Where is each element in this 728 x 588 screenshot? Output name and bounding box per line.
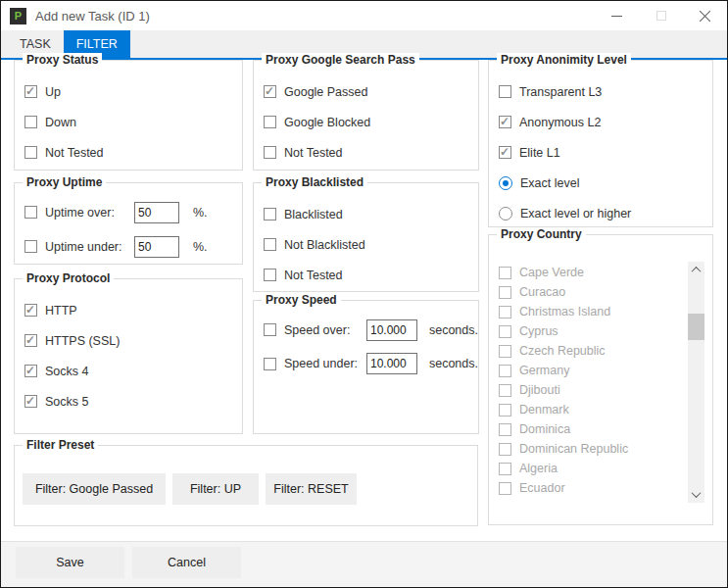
checkbox-icon — [264, 269, 276, 281]
checkbox-label: Elite L1 — [519, 146, 560, 160]
filter-up-button[interactable]: Filter: UP — [172, 473, 259, 505]
country-item-cyprus[interactable]: Cyprus — [499, 321, 681, 341]
uptime-under-input[interactable] — [134, 236, 179, 258]
group-title: Proxy Google Search Pass — [262, 53, 419, 67]
checkbox-google-passed[interactable]: Google Passed — [264, 76, 478, 107]
checkbox-icon — [264, 116, 276, 128]
close-icon — [700, 10, 711, 22]
group-google-search-pass: Proxy Google Search Pass Google Passed G… — [253, 60, 479, 171]
speed-over-input[interactable] — [366, 319, 417, 341]
checkbox-icon — [499, 404, 511, 416]
maximize-icon — [656, 11, 666, 21]
checkbox-not-blacklisted[interactable]: Not Blacklisted — [264, 229, 478, 260]
country-item-denmark[interactable]: Denmark — [499, 400, 681, 419]
group-proxy-status: Proxy Status Up Down Not Tested — [14, 60, 243, 171]
speed-over-checkbox[interactable] — [264, 323, 276, 336]
checkbox-icon — [24, 395, 37, 408]
checkbox-up[interactable]: Up — [24, 76, 242, 107]
checkbox-down[interactable]: Down — [24, 107, 242, 137]
country-label: Czech Republic — [519, 344, 606, 358]
uptime-over-checkbox[interactable] — [24, 206, 37, 219]
uptime-under-unit: %. — [193, 240, 208, 254]
group-proxy-protocol: Proxy Protocol HTTP HTTPS (SSL) Socks 4 … — [14, 278, 243, 434]
checkbox-icon — [499, 443, 511, 456]
chevron-up-icon — [692, 267, 702, 276]
window-controls — [595, 1, 727, 30]
speed-under-input[interactable] — [366, 353, 417, 374]
checkbox-not-tested[interactable]: Not Tested — [24, 137, 242, 168]
checkbox-icon — [499, 365, 511, 377]
checkbox-label: Google Passed — [284, 85, 367, 99]
country-item-djibouti[interactable]: Djibouti — [499, 380, 681, 400]
country-item-germany[interactable]: Germany — [499, 361, 681, 380]
country-item-dominican-republic[interactable]: Dominican Republic — [499, 439, 681, 459]
filter-google-passed-button[interactable]: Filter: Google Passed — [23, 473, 166, 505]
speed-over-label: Speed over: — [284, 323, 366, 337]
country-item-cape-verde[interactable]: Cape Verde — [499, 263, 681, 282]
group-title: Proxy Country — [497, 227, 586, 241]
scroll-down-button[interactable] — [688, 486, 704, 503]
checkbox-label: Up — [45, 85, 61, 99]
country-label: Germany — [519, 364, 569, 377]
checkbox-label: Blacklisted — [284, 208, 343, 221]
minimize-button[interactable] — [595, 1, 639, 30]
uptime-under-row: Uptime under: %. — [24, 229, 242, 264]
radio-icon — [499, 176, 512, 190]
scrollbar-thumb[interactable] — [688, 314, 704, 340]
radio-exact-level-or-higher[interactable]: Exact level or higher — [499, 198, 712, 228]
speed-over-unit: seconds. — [429, 323, 478, 337]
checkbox-icon — [499, 384, 511, 397]
window-title: Add new Task (ID 1) — [35, 9, 150, 24]
speed-under-label: Speed under: — [284, 357, 366, 370]
group-proxy-country: Proxy Country Cape Verde Curacao Christm… — [488, 234, 713, 525]
speed-under-checkbox[interactable] — [264, 358, 276, 370]
preset-buttons: Filter: Google Passed Filter: UP Filter:… — [23, 473, 357, 505]
checkbox-icon — [264, 208, 276, 220]
group-proxy-uptime: Proxy Uptime Uptime over: %. Uptime unde… — [14, 182, 243, 265]
speed-under-unit: seconds. — [429, 357, 478, 370]
group-title: Proxy Blacklisted — [262, 175, 367, 189]
minimize-icon — [611, 16, 622, 17]
filter-reset-button[interactable]: Filter: RESET — [266, 473, 357, 505]
checkbox-blacklisted[interactable]: Blacklisted — [264, 199, 478, 229]
scroll-up-button[interactable] — [688, 262, 704, 278]
cancel-button[interactable]: Cancel — [132, 547, 241, 578]
checkbox-google-blocked[interactable]: Google Blocked — [264, 107, 478, 137]
checkbox-icon — [24, 334, 37, 347]
checkbox-label: HTTPS (SSL) — [45, 334, 120, 348]
checkbox-socks5[interactable]: Socks 5 — [24, 386, 242, 416]
checkbox-icon — [499, 146, 511, 159]
dialog-window: P Add new Task (ID 1) TASK FILTER Proxy … — [0, 0, 728, 588]
checkbox-socks4[interactable]: Socks 4 — [24, 356, 242, 386]
checkbox-label: Socks 5 — [45, 395, 88, 409]
country-item-ecuador[interactable]: Ecuador — [499, 478, 681, 498]
uptime-over-input[interactable] — [134, 202, 179, 223]
checkbox-icon — [499, 85, 511, 98]
checkbox-http[interactable]: HTTP — [24, 295, 242, 325]
checkbox-icon — [499, 325, 511, 338]
country-scrollbar[interactable] — [688, 262, 704, 503]
country-item-curacao[interactable]: Curacao — [499, 282, 681, 302]
checkbox-transparent-l3[interactable]: Transparent L3 — [499, 76, 712, 107]
country-item-dominica[interactable]: Dominica — [499, 419, 681, 439]
checkbox-anonymous-l2[interactable]: Anonymous L2 — [499, 107, 712, 137]
checkbox-google-not-tested[interactable]: Not Tested — [264, 137, 478, 168]
country-item-czech-republic[interactable]: Czech Republic — [499, 341, 681, 361]
speed-over-row: Speed over: seconds. — [264, 315, 478, 345]
checkbox-https-ssl[interactable]: HTTPS (SSL) — [24, 325, 242, 356]
maximize-button — [639, 1, 683, 30]
close-button[interactable] — [683, 1, 727, 30]
group-title: Proxy Anonimity Level — [497, 53, 631, 67]
checkbox-icon — [499, 286, 511, 299]
uptime-under-checkbox[interactable] — [24, 240, 37, 253]
save-button[interactable]: Save — [16, 547, 124, 578]
checkbox-elite-l1[interactable]: Elite L1 — [499, 137, 712, 168]
checkbox-blacklist-not-tested[interactable]: Not Tested — [264, 260, 478, 290]
checkbox-icon — [499, 463, 511, 475]
checkbox-label: Socks 4 — [45, 365, 88, 378]
country-item-christmas-island[interactable]: Christmas Island — [499, 302, 681, 321]
checkbox-icon — [499, 482, 511, 495]
checkbox-label: Not Tested — [45, 146, 104, 160]
radio-exact-level[interactable]: Exact level — [499, 168, 712, 198]
country-item-algeria[interactable]: Algeria — [499, 459, 681, 478]
